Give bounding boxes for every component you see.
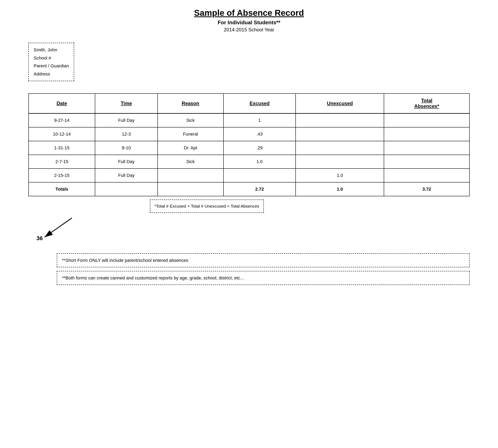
cell-date: Totals — [29, 182, 95, 196]
col-time: Time — [95, 94, 157, 113]
table-row: 10-12-1412-3Funeral.43 — [29, 127, 469, 141]
bottom-notes: **Short Form ONLY will include parent/sc… — [57, 253, 470, 285]
arrow-section: 36 — [28, 217, 482, 241]
arrow-icon — [40, 217, 73, 239]
cell-total: 3.72 — [384, 182, 469, 196]
page-title: Sample of Absence Record — [16, 8, 482, 18]
cell-unexcused — [296, 141, 384, 155]
col-reason: Reason — [158, 94, 223, 113]
cell-reason: Funeral — [158, 127, 223, 141]
cell-total — [384, 113, 469, 128]
cell-reason: Dr. Apt — [158, 141, 223, 155]
cell-unexcused: 1.0 — [296, 169, 384, 182]
svg-line-1 — [45, 218, 72, 237]
cell-excused: 1.0 — [223, 155, 296, 169]
cell-time: Full Day — [95, 169, 157, 182]
cell-excused: .29 — [223, 141, 296, 155]
cell-unexcused — [296, 127, 384, 141]
cell-excused: 2.72 — [223, 182, 296, 196]
col-unexcused: Unexcused — [296, 94, 384, 113]
table-row: 9-27-14Full DaySick1 — [29, 113, 469, 128]
table-section: Date Time Reason Excused Unexcused Total… — [28, 93, 470, 213]
note-box: *Total # Excused + Total # Unexcused = T… — [150, 200, 264, 213]
cell-reason: Sick — [158, 155, 223, 169]
cell-reason — [158, 169, 223, 182]
cell-reason: Sick — [158, 113, 223, 128]
cell-time: Full Day — [95, 155, 157, 169]
col-excused: Excused — [223, 94, 296, 113]
col-total: TotalAbsences* — [384, 94, 469, 113]
table-row: 2-15-15Full Day1.0 — [29, 169, 469, 182]
note-text: *Total # Excused + Total # Unexcused = T… — [155, 204, 259, 208]
bottom-note-1: **Short Form ONLY will include parent/sc… — [57, 253, 470, 267]
cell-unexcused — [296, 113, 384, 128]
cell-date: 2-15-15 — [29, 169, 95, 182]
cell-date: 1-31-15 — [29, 141, 95, 155]
absence-table: Date Time Reason Excused Unexcused Total… — [28, 93, 470, 196]
cell-excused — [223, 169, 296, 182]
table-row: 1-31-158-10Dr. Apt.29 — [29, 141, 469, 155]
student-guardian: Parent / Guardian — [34, 62, 69, 70]
cell-total — [384, 141, 469, 155]
table-row: 2-7-15Full DaySick1.0 — [29, 155, 469, 169]
cell-time: Full Day — [95, 113, 157, 128]
cell-date: 10-12-14 — [29, 127, 95, 141]
cell-time: 8-10 — [95, 141, 157, 155]
cell-total — [384, 127, 469, 141]
cell-excused: .43 — [223, 127, 296, 141]
bottom-note-2: **Both forms can create canned and custo… — [57, 271, 470, 285]
page-subtitle: For Individual Students** — [16, 19, 482, 26]
cell-date: 9-27-14 — [29, 113, 95, 128]
table-row: Totals2.721.03.72 — [29, 182, 469, 196]
student-info-box: Smith, John School # Parent / Guardian A… — [28, 43, 74, 81]
page-number: 36 — [36, 235, 43, 242]
student-address: Address — [34, 70, 69, 78]
cell-time — [95, 182, 157, 196]
student-school: School # — [34, 54, 69, 62]
cell-date: 2-7-15 — [29, 155, 95, 169]
student-name: Smith, John — [34, 46, 69, 54]
cell-total — [384, 155, 469, 169]
school-year: 2014-2015 School Year — [16, 27, 482, 32]
col-date: Date — [29, 94, 95, 113]
cell-unexcused: 1.0 — [296, 182, 384, 196]
page-header: Sample of Absence Record For Individual … — [16, 8, 482, 32]
cell-time: 12-3 — [95, 127, 157, 141]
cell-unexcused — [296, 155, 384, 169]
cell-total — [384, 169, 469, 182]
table-header-row: Date Time Reason Excused Unexcused Total… — [29, 94, 469, 113]
cell-excused: 1 — [223, 113, 296, 128]
cell-reason — [158, 182, 223, 196]
